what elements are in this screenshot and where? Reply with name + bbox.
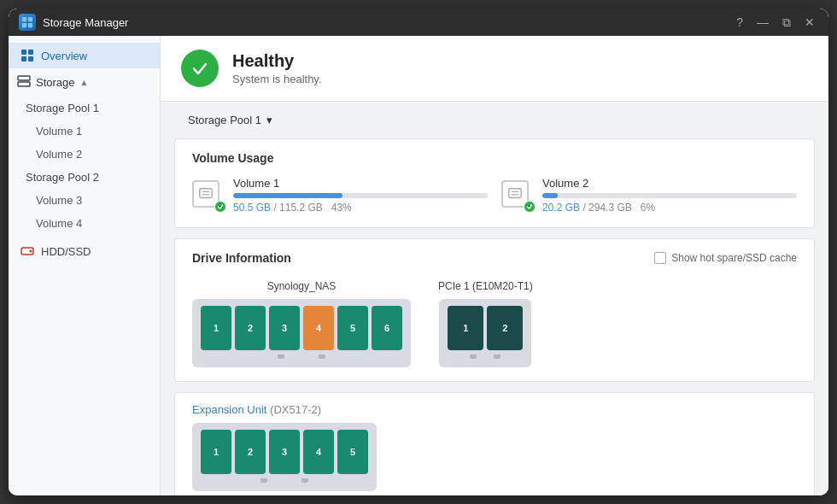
volume-1-progress-fill (233, 193, 342, 198)
expansion-feet (260, 478, 308, 483)
app-icon (19, 14, 36, 31)
sidebar-item-volume-2[interactable]: Volume 2 (9, 143, 160, 166)
svg-rect-4 (21, 50, 26, 55)
bay-1[interactable]: 1 (201, 306, 231, 350)
svg-rect-13 (509, 188, 521, 197)
expansion-unit-link[interactable]: Expansion Unit (192, 403, 266, 416)
svg-point-11 (30, 250, 32, 253)
pool-dropdown-arrow: ▾ (266, 114, 272, 126)
help-button[interactable]: ? (733, 16, 746, 28)
expansion-chassis-preview: 1 2 3 4 5 (175, 423, 814, 495)
pcie-bays: 1 2 (448, 306, 523, 350)
sidebar-item-hdd-ssd[interactable]: HDD/SSD (9, 238, 160, 264)
volume-2-progress-wrap (542, 193, 797, 198)
bay-6[interactable]: 6 (372, 306, 402, 350)
pcie-bay-1[interactable]: 1 (448, 306, 483, 350)
bay-2[interactable]: 2 (235, 306, 266, 350)
exp-bay-3[interactable]: 3 (269, 430, 300, 474)
volume-1-info: Volume 1 50.5 GB / 115.2 GB 43% (233, 177, 488, 214)
svg-rect-2 (22, 23, 26, 27)
drive-info-card: Drive Information Show hot spare/SSD cac… (174, 238, 815, 382)
volume-2-total: / 294.3 GB (582, 202, 631, 214)
close-button[interactable]: ✕ (801, 16, 818, 28)
drive-info-title: Drive Information (192, 251, 291, 265)
health-icon (181, 50, 219, 87)
main-content: Healthy System is healthy. Storage Pool … (161, 36, 828, 495)
exp-bay-4[interactable]: 4 (303, 430, 334, 474)
drive-units: Synology_NAS 1 2 3 4 5 6 (175, 273, 814, 381)
volume-1-progress-wrap (233, 193, 488, 198)
svg-rect-7 (28, 56, 33, 62)
nas-feet (278, 355, 325, 359)
health-banner: Healthy System is healthy. (161, 36, 828, 102)
overview-icon (20, 49, 34, 62)
show-spare-checkbox[interactable] (654, 252, 666, 264)
volume-2-name: Volume 2 (542, 177, 797, 190)
volume-2-label: Volume 2 (36, 148, 82, 161)
pcie-chassis: 1 2 (439, 299, 531, 367)
app-window: Storage Manager ? — ⧉ ✕ Overview Storage… (9, 9, 828, 495)
window-controls: ? — ⧉ ✕ (733, 16, 818, 28)
titlebar: Storage Manager ? — ⧉ ✕ (9, 9, 828, 36)
svg-rect-3 (28, 23, 32, 27)
sidebar-item-volume-1[interactable]: Volume 1 (9, 120, 160, 143)
svg-rect-0 (22, 17, 26, 21)
volume-1-icon (192, 180, 223, 211)
sidebar-item-overview-label: Overview (41, 50, 87, 62)
show-spare-label: Show hot spare/SSD cache (671, 252, 797, 264)
svg-rect-5 (28, 50, 33, 55)
volume-2-progress-fill (542, 193, 558, 198)
exp-bay-5[interactable]: 5 (337, 430, 368, 474)
storage-pool-1-label: Storage Pool 1 (26, 102, 99, 114)
sidebar-item-storage-pool-2[interactable]: Storage Pool 2 (9, 166, 160, 189)
expansion-header: Expansion Unit (DX517-2) (175, 393, 814, 423)
volume-2-item: Volume 2 20.2 GB / 294.3 GB 6% (501, 177, 797, 214)
sidebar-item-storage-pool-1[interactable]: Storage Pool 1 (9, 97, 160, 120)
pool-dropdown-label: Storage Pool 1 (188, 114, 261, 126)
volume-2-used: 20.2 GB (542, 202, 580, 214)
content-area: Overview Storage ▲ Storage Pool 1 Volume… (9, 36, 828, 495)
nas-chassis: 1 2 3 4 5 6 (192, 299, 411, 367)
volume-4-label: Volume 4 (36, 217, 82, 230)
volume-3-label: Volume 3 (36, 194, 82, 207)
show-spare-toggle[interactable]: Show hot spare/SSD cache (654, 252, 797, 264)
bay-4[interactable]: 4 (303, 306, 334, 350)
svg-rect-1 (28, 17, 32, 21)
volume-1-percent: 43% (325, 202, 352, 214)
synology-nas-unit: Synology_NAS 1 2 3 4 5 6 (192, 280, 411, 367)
volume-1-stats: 50.5 GB / 115.2 GB 43% (233, 202, 488, 214)
volume-2-info: Volume 2 20.2 GB / 294.3 GB 6% (542, 177, 797, 214)
bay-3[interactable]: 3 (269, 306, 300, 350)
bay-5[interactable]: 5 (337, 306, 368, 350)
storage-pool-2-label: Storage Pool 2 (26, 171, 99, 184)
drive-info-header: Drive Information Show hot spare/SSD cac… (175, 239, 814, 273)
hdd-icon (20, 244, 34, 258)
volume-1-label: Volume 1 (36, 125, 82, 138)
svg-rect-12 (200, 188, 212, 197)
volume-1-item: Volume 1 50.5 GB / 115.2 GB 43% (192, 177, 488, 214)
maximize-button[interactable]: ⧉ (779, 16, 794, 28)
pool-dropdown[interactable]: Storage Pool 1 ▾ (181, 110, 279, 130)
sidebar-storage-section[interactable]: Storage ▲ (9, 68, 160, 97)
volume-1-total: / 115.2 GB (273, 202, 322, 214)
volume-usage-title: Volume Usage (192, 151, 273, 165)
volume-grid: Volume 1 50.5 GB / 115.2 GB 43% (175, 173, 814, 227)
sidebar-item-volume-4[interactable]: Volume 4 (9, 212, 160, 235)
storage-icon (17, 74, 31, 91)
volume-2-icon (501, 180, 532, 211)
synology-nas-label: Synology_NAS (267, 280, 337, 292)
volume-usage-header: Volume Usage (175, 139, 814, 173)
exp-bay-2[interactable]: 2 (235, 430, 266, 474)
sidebar-item-volume-3[interactable]: Volume 3 (9, 189, 160, 212)
volume-2-percent: 6% (635, 202, 655, 214)
pcie-bay-2[interactable]: 2 (487, 306, 523, 350)
sidebar-storage-label: Storage (36, 76, 75, 89)
exp-bay-1[interactable]: 1 (201, 430, 231, 474)
minimize-button[interactable]: — (753, 16, 772, 28)
hdd-ssd-label: HDD/SSD (41, 245, 91, 258)
expansion-unit-card: Expansion Unit (DX517-2) 1 2 3 4 5 (174, 392, 815, 495)
window-title: Storage Manager (43, 16, 733, 29)
expansion-model: (DX517-2) (270, 403, 321, 416)
sidebar-item-overview[interactable]: Overview (9, 43, 160, 68)
pcie-unit: PCIe 1 (E10M20-T1) 1 2 (438, 280, 533, 367)
